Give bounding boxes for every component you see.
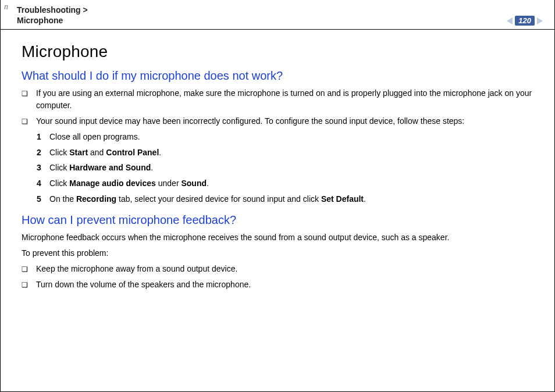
step-item: 5 On the Recording tab, select your desi… — [37, 193, 537, 206]
step-text: Click Start and Control Panel. — [49, 147, 161, 159]
breadcrumb-topic: Microphone — [17, 16, 63, 25]
step-text: On the Recording tab, select your desire… — [49, 193, 366, 206]
list-item: If you are using an external microphone,… — [22, 87, 537, 112]
breadcrumb-separator: > — [81, 5, 88, 15]
step-item: 1 Close all open programs. — [37, 131, 537, 144]
bullet-list: If you are using an external microphone,… — [22, 87, 537, 127]
page-nav: 120 — [507, 16, 543, 26]
bullet-text: Keep the microphone away from a sound ou… — [36, 263, 237, 275]
page-header: Troubleshooting > Microphone 120 — [1, 0, 554, 30]
page-number-badge: 120 — [515, 16, 535, 26]
breadcrumb-section: Troubleshooting — [17, 5, 81, 15]
step-number: 4 — [37, 177, 49, 190]
step-text: Click Hardware and Sound. — [49, 162, 153, 174]
step-item: 3 Click Hardware and Sound. — [37, 162, 537, 174]
bullet-list: Keep the microphone away from a sound ou… — [22, 263, 537, 291]
document-page: n Troubleshooting > Microphone 120 Micro… — [0, 0, 555, 392]
list-item: Your sound input device may have been in… — [22, 115, 537, 127]
breadcrumb: Troubleshooting > Microphone — [17, 5, 88, 26]
page-content: Microphone What should I do if my microp… — [1, 30, 554, 291]
list-item: Keep the microphone away from a sound ou… — [22, 263, 537, 275]
section-heading: How can I prevent microphone feedback? — [22, 213, 537, 227]
paragraph: To prevent this problem: — [22, 247, 537, 259]
numbered-list: 1 Close all open programs. 2 Click Start… — [37, 131, 537, 205]
step-number: 5 — [37, 193, 49, 206]
paragraph: Microphone feedback occurs when the micr… — [22, 231, 537, 244]
prev-page-icon[interactable] — [507, 17, 513, 24]
section-heading: What should I do if my microphone does n… — [22, 69, 537, 83]
step-text: Click Manage audio devices under Sound. — [49, 177, 209, 190]
bullet-text: Turn down the volume of the speakers and… — [36, 279, 251, 291]
bullet-text: If you are using an external microphone,… — [36, 87, 537, 112]
page-number: 120 — [518, 17, 531, 24]
step-number: 2 — [37, 147, 49, 159]
list-item: Turn down the volume of the speakers and… — [22, 279, 537, 291]
step-number: 1 — [37, 131, 49, 144]
page-title: Microphone — [22, 42, 537, 61]
next-page-icon[interactable] — [537, 17, 543, 24]
step-item: 4 Click Manage audio devices under Sound… — [37, 177, 537, 190]
bullet-text: Your sound input device may have been in… — [36, 115, 464, 127]
step-number: 3 — [37, 162, 49, 174]
step-text: Close all open programs. — [49, 131, 140, 144]
step-item: 2 Click Start and Control Panel. — [37, 147, 537, 159]
